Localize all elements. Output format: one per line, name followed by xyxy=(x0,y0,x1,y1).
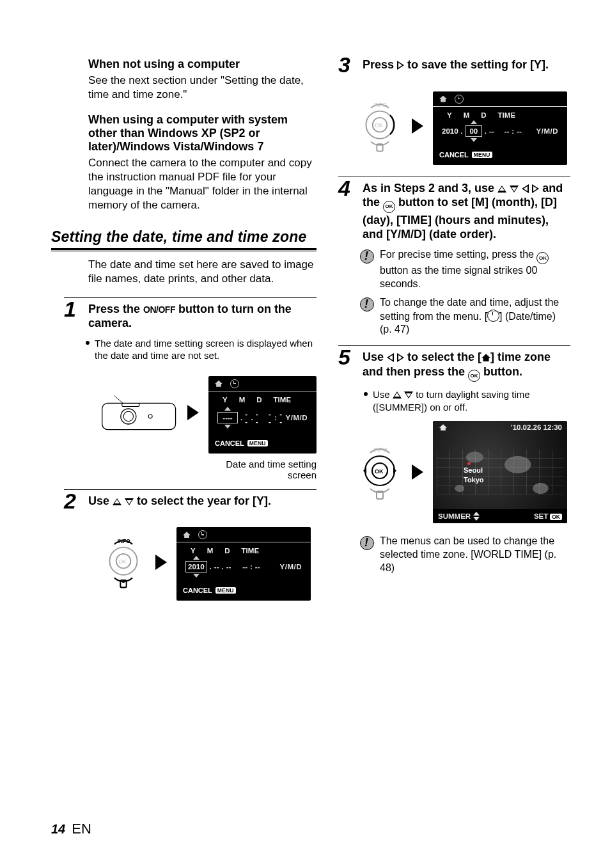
month-selector[interactable]: 00 xyxy=(465,125,482,137)
camera-screen-year2010: Y M D TIME 2010 . -- . -- -- : -- xyxy=(176,527,311,601)
arrow-icon xyxy=(411,464,424,480)
sep: . xyxy=(221,563,223,571)
city-seoul: Seoul xyxy=(464,466,484,475)
svg-text:OK: OK xyxy=(375,468,384,475)
clock-icon xyxy=(455,95,464,104)
min-value: -- xyxy=(279,410,283,425)
right-icon xyxy=(532,184,539,193)
col-d: D xyxy=(256,396,262,404)
cancel-label[interactable]: CANCEL xyxy=(183,587,212,594)
caution-icon xyxy=(360,249,374,264)
right-icon xyxy=(397,61,404,70)
step-2: 2 Use to select the year for [Y]. xyxy=(64,489,317,514)
left-icon xyxy=(522,184,529,193)
step-2-text: Use to select the year for [Y]. xyxy=(88,494,317,509)
world-map-illustration xyxy=(437,435,563,509)
step-number-2: 2 xyxy=(64,491,83,511)
year-value-set: 2010 xyxy=(442,127,458,135)
col-m: M xyxy=(239,396,246,404)
svg-text:OK: OK xyxy=(119,558,127,565)
step-4: 4 As in Steps 2 and 3, use and the OK bu… xyxy=(338,177,570,242)
step5-pre: Use xyxy=(363,351,387,363)
figure1-caption: Date and time setting screen xyxy=(197,459,317,480)
col-d: D xyxy=(481,111,486,119)
sep-colon: : xyxy=(274,414,277,422)
hour-value: -- xyxy=(504,127,510,135)
home-icon xyxy=(439,96,447,102)
figure-step5: INFO OK '10.02.26 12:30 xyxy=(357,421,570,523)
menu-badge: MENU xyxy=(247,440,268,446)
note-precise-time: For precise time setting, press the OK b… xyxy=(360,248,570,291)
step-5: 5 Use to select the [] time zone and the… xyxy=(338,345,570,382)
month-value: -- xyxy=(214,563,219,571)
svg-point-1 xyxy=(121,409,136,424)
page-number: 14 xyxy=(51,822,65,837)
step3-post: to save the setting for [Y]. xyxy=(404,58,549,71)
sep: . xyxy=(210,563,212,571)
svg-rect-0 xyxy=(102,404,176,430)
col-y: Y xyxy=(191,547,196,555)
sep: . xyxy=(485,127,487,135)
para-using-computer: Connect the camera to the computer and c… xyxy=(88,156,317,212)
right-icon xyxy=(397,353,404,362)
summer-label: SUMMER xyxy=(438,512,471,520)
step-number-3: 3 xyxy=(338,55,357,75)
day-value: -- xyxy=(256,410,259,425)
month-value: -- xyxy=(245,410,248,425)
step-number-4: 4 xyxy=(338,178,357,198)
min-value: -- xyxy=(517,127,522,135)
date-order: Y/M/D xyxy=(286,414,308,422)
col-d: D xyxy=(224,547,230,555)
set-button[interactable]: SETOK xyxy=(534,512,562,520)
col-time: TIME xyxy=(242,547,259,555)
step-number-5: 5 xyxy=(338,347,357,367)
svg-point-4 xyxy=(148,414,152,418)
step-5-text: Use to select the [] time zone and then … xyxy=(363,350,570,382)
year-selector[interactable]: ---- xyxy=(217,412,238,423)
step1-pre: Press the xyxy=(88,303,143,315)
page-lang: EN xyxy=(72,821,91,837)
camera-illustration xyxy=(101,392,178,433)
clock-icon xyxy=(198,530,207,539)
svg-text:INFO: INFO xyxy=(374,102,387,108)
step-3: 3 Press to save the setting for [Y]. xyxy=(338,58,570,77)
onoff-button-label: ON/OFF xyxy=(143,304,175,315)
set-label: SET xyxy=(534,512,548,520)
left-icon xyxy=(387,353,394,362)
clock-icon xyxy=(230,379,239,388)
home-icon xyxy=(183,532,191,538)
step5-mid: to select the [ xyxy=(404,351,481,363)
cancel-label[interactable]: CANCEL xyxy=(215,439,244,447)
svg-text:OK: OK xyxy=(375,122,384,129)
para-not-using-computer: See the next section under "Setting the … xyxy=(88,74,317,102)
step-1: 1 Press the ON/OFF button to turn on the… xyxy=(64,297,317,331)
cancel-label[interactable]: CANCEL xyxy=(439,151,469,159)
note-change-date: To change the date and time, adjust the … xyxy=(360,296,570,336)
arrow-icon xyxy=(155,555,168,570)
note1-pre: For precise time setting, press the xyxy=(380,249,536,260)
year-selector-2010[interactable]: 2010 xyxy=(185,561,207,572)
step-5-subnote: Use to turn daylight saving time ([SUMME… xyxy=(364,388,570,413)
svg-point-2 xyxy=(123,412,133,422)
col-time: TIME xyxy=(498,111,515,119)
year-value-2010: 2010 xyxy=(188,563,205,571)
step4-pre: As in Steps 2 and 3, use xyxy=(363,182,497,194)
year-value: ---- xyxy=(223,414,232,422)
svg-rect-3 xyxy=(122,404,139,407)
ok-badge: OK xyxy=(550,514,562,520)
summer-toggle[interactable]: SUMMER xyxy=(438,512,480,521)
clock-icon-inline xyxy=(487,310,499,322)
controller-illustration-right: OK INFO xyxy=(357,97,402,155)
hour-value: -- xyxy=(269,410,272,425)
sep: : xyxy=(250,563,253,571)
up-icon xyxy=(113,498,121,505)
section-title: Setting the date, time and time zone xyxy=(51,228,317,250)
step5-sub-pre: Use xyxy=(373,389,393,400)
caution-icon xyxy=(360,536,374,550)
camera-screen-month: Y M D TIME 2010 . 00 . -- -- : -- xyxy=(433,91,567,165)
note3-text: The menus can be used to change the sele… xyxy=(380,535,570,574)
home-icon xyxy=(215,381,223,387)
arrow-icon xyxy=(411,118,424,134)
home-icon xyxy=(439,424,447,430)
controller-illustration-full: INFO OK xyxy=(357,441,402,503)
